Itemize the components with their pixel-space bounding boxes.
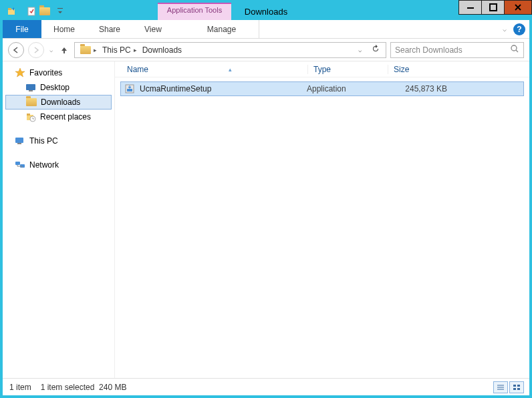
file-list[interactable]: UcmaRuntimeSetup Application 245,873 KB xyxy=(115,77,529,378)
search-icon[interactable] xyxy=(510,44,519,55)
breadcrumb-current[interactable]: Downloads xyxy=(140,45,184,55)
qat-dropdown-icon[interactable] xyxy=(54,3,66,20)
svg-rect-1 xyxy=(8,8,11,10)
recent-icon xyxy=(25,112,36,122)
file-name: UcmaRuntimeSetup xyxy=(140,84,307,93)
desktop-icon xyxy=(25,82,36,93)
window-title: Downloads xyxy=(3,3,529,20)
help-button[interactable]: ? xyxy=(513,23,525,35)
sort-indicator-icon: ▴ xyxy=(229,66,232,73)
status-item-count: 1 item xyxy=(9,383,31,392)
nav-label: Favorites xyxy=(29,68,62,77)
svg-rect-22 xyxy=(513,385,516,387)
content-area: Name▴ Type Size UcmaRuntimeSetup Applica… xyxy=(115,61,529,378)
explorer-window: Application Tools Downloads File Home Sh… xyxy=(0,0,532,398)
column-size[interactable]: Size xyxy=(388,65,448,74)
window-controls xyxy=(459,0,532,15)
svg-rect-5 xyxy=(490,4,497,11)
close-button[interactable] xyxy=(504,0,532,15)
back-button[interactable] xyxy=(8,42,24,58)
svg-rect-25 xyxy=(517,388,520,390)
refresh-button[interactable] xyxy=(371,44,380,55)
address-bar[interactable]: ▸ This PC▸ Downloads ⌵ xyxy=(74,42,386,58)
properties-icon[interactable] xyxy=(26,6,37,17)
svg-line-7 xyxy=(516,50,518,52)
svg-rect-14 xyxy=(17,143,21,144)
search-input[interactable] xyxy=(395,45,502,55)
file-type: Application xyxy=(307,84,387,93)
up-button[interactable] xyxy=(58,44,70,56)
app-icon xyxy=(7,6,17,17)
svg-point-6 xyxy=(511,45,517,51)
nav-label: Desktop xyxy=(40,83,70,92)
svg-rect-8 xyxy=(26,84,35,90)
forward-button[interactable] xyxy=(28,42,44,58)
nav-downloads[interactable]: Downloads xyxy=(5,95,112,110)
titlebar[interactable]: Application Tools Downloads xyxy=(3,3,529,20)
file-size: 245,873 KB xyxy=(387,84,447,93)
ribbon: File Home Share View Manage ⌵ ? xyxy=(3,20,529,39)
tab-share[interactable]: Share xyxy=(87,20,132,38)
tab-home[interactable]: Home xyxy=(41,20,87,38)
file-row[interactable]: UcmaRuntimeSetup Application 245,873 KB xyxy=(120,81,524,96)
nav-label: Recent places xyxy=(40,112,91,122)
breadcrumb-thispc[interactable]: This PC▸ xyxy=(100,45,140,55)
minimize-button[interactable] xyxy=(458,0,482,15)
status-selection-size: 240 MB xyxy=(99,383,126,392)
svg-rect-15 xyxy=(15,162,20,165)
body: Favorites Desktop Downloads Recent place… xyxy=(3,61,529,378)
svg-rect-4 xyxy=(467,7,474,9)
nav-favorites[interactable]: Favorites xyxy=(3,65,114,80)
pc-icon xyxy=(15,136,25,146)
star-icon xyxy=(15,67,25,78)
expand-ribbon-icon[interactable]: ⌵ xyxy=(503,25,507,33)
nav-desktop[interactable]: Desktop xyxy=(3,80,114,95)
tab-view[interactable]: View xyxy=(132,20,174,38)
svg-rect-3 xyxy=(57,8,63,9)
navigation-pane[interactable]: Favorites Desktop Downloads Recent place… xyxy=(3,61,115,378)
nav-label: Network xyxy=(29,160,59,170)
svg-rect-18 xyxy=(127,89,132,91)
new-folder-icon[interactable] xyxy=(39,6,50,17)
network-icon xyxy=(15,160,25,170)
column-headers: Name▴ Type Size xyxy=(115,61,529,77)
folder-icon xyxy=(26,97,37,108)
status-selection: 1 item selected xyxy=(41,383,95,392)
maximize-button[interactable] xyxy=(481,0,505,15)
svg-rect-24 xyxy=(513,388,516,390)
svg-rect-13 xyxy=(15,138,23,143)
nav-network[interactable]: Network xyxy=(3,158,114,172)
tab-file[interactable]: File xyxy=(3,20,41,38)
nav-recent[interactable]: Recent places xyxy=(3,110,114,124)
details-view-button[interactable] xyxy=(493,381,508,393)
recent-locations-icon[interactable]: ⌵ xyxy=(48,47,54,53)
nav-label: Downloads xyxy=(41,97,80,107)
svg-rect-11 xyxy=(27,114,30,116)
search-box[interactable] xyxy=(390,42,524,58)
column-type[interactable]: Type xyxy=(307,65,388,74)
nav-label: This PC xyxy=(29,136,58,146)
quick-access-toolbar xyxy=(3,3,54,20)
svg-rect-23 xyxy=(517,385,520,387)
nav-thispc[interactable]: This PC xyxy=(3,134,114,148)
contextual-tab-application-tools[interactable]: Application Tools xyxy=(158,3,231,20)
column-name[interactable]: Name▴ xyxy=(122,65,307,74)
breadcrumb-root-icon[interactable]: ▸ xyxy=(78,46,100,54)
thumbnails-view-button[interactable] xyxy=(509,381,524,393)
navigation-bar: ⌵ ▸ This PC▸ Downloads ⌵ xyxy=(3,39,529,61)
svg-rect-2 xyxy=(28,7,35,15)
status-bar: 1 item 1 item selected 240 MB xyxy=(3,378,529,395)
address-dropdown-icon[interactable]: ⌵ xyxy=(354,47,366,53)
tab-manage[interactable]: Manage xyxy=(195,20,259,38)
svg-rect-9 xyxy=(29,90,33,91)
installer-icon xyxy=(124,83,136,95)
